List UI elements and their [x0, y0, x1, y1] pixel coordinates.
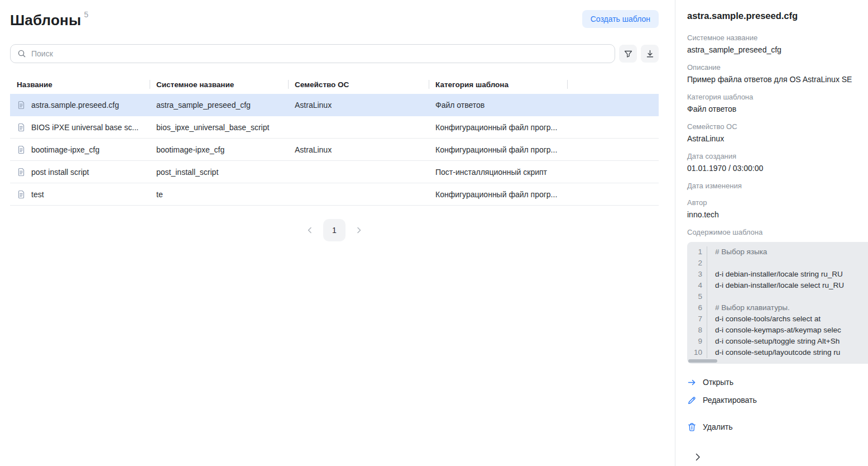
field-label: Автор [687, 198, 868, 207]
chevron-left-icon [306, 226, 314, 234]
code-line: 7d-i console-tools/archs select at [687, 313, 868, 325]
template-name-cell: astra.sample.preseed.cfg [10, 101, 150, 110]
field-value: 01.01.1970 / 03:00:00 [687, 163, 868, 173]
document-icon [17, 123, 26, 132]
field-value: Файл ответов [687, 104, 868, 114]
template-name: astra.sample.preseed.cfg [31, 101, 119, 110]
system-name-cell: bootimage-ipxe_cfg [150, 145, 288, 154]
line-number: 10 [687, 347, 707, 358]
edit-action[interactable]: Редактировать [687, 391, 868, 409]
field-value: Пример файла ответов для OS AstraLinux S… [687, 74, 868, 84]
field-value: astra_sample_preseed_cfg [687, 45, 868, 55]
category-cell: Конфигурационный файл прогр... [429, 123, 567, 132]
page-title-text: Шаблоны [10, 12, 81, 28]
category-cell: Конфигурационный файл прогр... [429, 145, 567, 154]
action-label: Открыть [703, 378, 733, 387]
column-header-empty [567, 75, 659, 94]
code-line: 10d-i console-setup/layoutcode string ru [687, 347, 868, 358]
line-number: 6 [687, 302, 707, 313]
table-row[interactable]: post install script post_install_script … [10, 161, 659, 183]
field-label: Описание [687, 63, 868, 72]
system-name-cell: astra_sample_preseed_cfg [150, 101, 288, 110]
code-line: 4d-i debian-installer/locale select ru_R… [687, 280, 868, 291]
table-row[interactable]: BIOS iPXE universal base sc... bios_ipxe… [10, 116, 659, 139]
document-icon [17, 145, 26, 154]
field-label: Категория шаблона [687, 93, 868, 101]
os-family-cell: AstraLinux [288, 101, 429, 110]
app: Шаблоны5 Создать шаблон [0, 0, 868, 466]
line-number: 3 [687, 269, 707, 280]
page-number-button[interactable]: 1 [323, 219, 346, 241]
page-title: Шаблоны5 [10, 10, 88, 29]
document-icon [17, 101, 26, 110]
column-header-os-family[interactable]: Семейство ОС [288, 75, 429, 94]
create-template-button[interactable]: Создать шаблон [582, 10, 659, 28]
field-value: AstraLinux [687, 134, 868, 144]
code-line: 9d-i console-setup/toggle string Alt+Sh [687, 336, 868, 347]
template-name-cell: bootimage-ipxe_cfg [10, 145, 150, 154]
template-content-label: Содержимое шаблона [687, 228, 868, 236]
template-name: post install script [31, 168, 89, 177]
table-row[interactable]: bootimage-ipxe_cfg bootimage-ipxe_cfg As… [10, 139, 659, 161]
templates-table: Название Системное название Семейство ОС… [10, 75, 659, 206]
document-icon [17, 190, 26, 199]
template-name: bootimage-ipxe_cfg [31, 145, 99, 154]
search-input[interactable] [31, 49, 608, 58]
column-header-name[interactable]: Название [10, 75, 150, 94]
category-cell: Файл ответов [429, 101, 567, 110]
field-system-name: Системное название astra_sample_preseed_… [687, 34, 868, 55]
field-description: Описание Пример файла ответов для OS Ast… [687, 63, 868, 84]
pagination: 1 [10, 219, 659, 241]
pencil-icon [687, 396, 697, 405]
system-name-cell: bios_ipxe_universal_base_script [150, 123, 288, 132]
template-content-code[interactable]: 1# Выбор языка 2 3d-i debian-installer/l… [687, 242, 868, 364]
next-page-button[interactable] [351, 222, 367, 238]
action-label: Редактировать [703, 396, 757, 405]
field-label: Дата изменения [687, 182, 868, 190]
field-value: inno.tech [687, 210, 868, 220]
field-created-date: Дата создания 01.01.1970 / 03:00:00 [687, 152, 868, 173]
search-icon [17, 49, 26, 58]
horizontal-scrollbar[interactable] [688, 359, 717, 363]
line-number: 9 [687, 336, 707, 347]
filter-button[interactable] [619, 45, 637, 63]
category-cell: Пост-инсталляционный скрипт [429, 168, 567, 177]
system-name-cell: te [150, 190, 288, 199]
field-label: Дата создания [687, 152, 868, 160]
table-row[interactable]: astra.sample.preseed.cfg astra_sample_pr… [10, 94, 659, 116]
details-actions: Открыть Редактировать [687, 373, 868, 436]
details-title: astra.sample.preseed.cfg [687, 11, 868, 21]
open-action[interactable]: Открыть [687, 373, 868, 391]
line-number: 5 [687, 291, 707, 302]
field-label: Семейство ОС [687, 122, 868, 131]
field-label: Системное название [687, 34, 868, 42]
previous-page-button[interactable] [302, 222, 318, 238]
main-content: Шаблоны5 Создать шаблон [0, 0, 675, 466]
code-line: 8d-i console-keymaps-at/keymap selec [687, 325, 868, 336]
line-number: 4 [687, 280, 707, 291]
search-toolbar [10, 44, 659, 63]
export-button[interactable] [641, 45, 659, 63]
line-number: 7 [687, 313, 707, 325]
template-name-cell: BIOS iPXE universal base sc... [10, 123, 150, 132]
filter-funnel-icon [624, 49, 633, 59]
column-header-category[interactable]: Категория шаблона [429, 75, 567, 94]
column-header-system-name[interactable]: Системное название [150, 75, 288, 94]
page-header: Шаблоны5 Создать шаблон [10, 10, 659, 29]
delete-action[interactable]: Удалить [687, 418, 868, 436]
chevron-right-icon [355, 226, 363, 234]
table-row[interactable]: test te Конфигурационный файл прогр... [10, 183, 659, 206]
system-name-cell: post_install_script [150, 168, 288, 177]
download-icon [645, 49, 655, 59]
search-box[interactable] [10, 44, 615, 63]
line-number: 2 [687, 258, 707, 269]
collapse-panel-button[interactable] [691, 450, 704, 464]
category-cell: Конфигурационный файл прогр... [429, 190, 567, 199]
details-panel: astra.sample.preseed.cfg Системное назва… [675, 0, 868, 466]
line-number: 1 [687, 246, 707, 258]
action-label: Удалить [703, 422, 732, 431]
template-name-cell: post install script [10, 168, 150, 177]
field-author: Автор inno.tech [687, 198, 868, 220]
trash-icon [687, 422, 697, 432]
document-icon [17, 168, 26, 177]
